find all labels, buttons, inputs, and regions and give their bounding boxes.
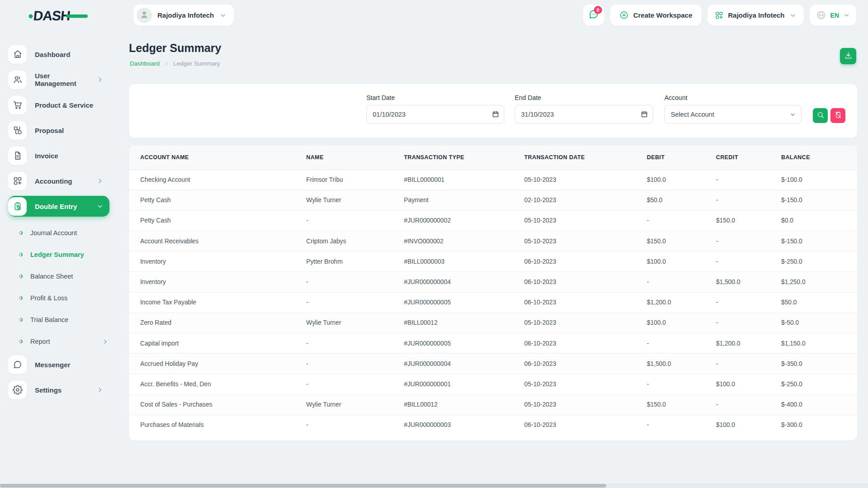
table-cell: $100.0 (647, 170, 716, 190)
sidebar-subitem-journal-account[interactable]: Journal Account (0, 222, 119, 244)
topbar-actions: 0 Create Workspace Rajodiya Infotech EN (583, 5, 856, 26)
table-cell: $1,500.0 (716, 272, 781, 292)
ledger-table-card: ACCOUNT NAMENAMETRANSACTION TYPETRANSACT… (129, 146, 857, 441)
notification-badge: 0 (594, 6, 602, 14)
table-cell: 05-10-2023 (524, 374, 647, 394)
table-cell: $-300.0 (781, 415, 857, 435)
sidebar-item-accounting[interactable]: Accounting (8, 171, 109, 191)
sidebar-subitem-balance-sheet[interactable]: Balance Sheet (0, 265, 119, 287)
column-header-transaction-date: TRANSACTION DATE (524, 146, 647, 170)
sidebar-subitem-report[interactable]: Report (0, 331, 119, 352)
table-row[interactable]: Petty Cash-#JUR00000000205-10-2023-$150.… (129, 210, 857, 231)
table-row[interactable]: InventoryPytter Brohm#BILL000000306-10-2… (129, 251, 857, 272)
table-cell: - (716, 354, 781, 374)
table-cell: $1,200.0 (716, 333, 781, 354)
table-cell: $-350.0 (781, 354, 857, 374)
messages-button[interactable]: 0 (583, 5, 604, 26)
table-cell: $-150.0 (781, 231, 857, 251)
app-logo[interactable]: DASH (27, 6, 90, 25)
chevron-down-icon (219, 12, 227, 19)
table-cell: - (716, 394, 781, 415)
table-row[interactable]: Capital import-#JUR00000000506-10-2023-$… (129, 333, 857, 354)
sidebar-item-messenger[interactable]: Messenger (8, 354, 109, 375)
column-header-transaction-type: TRANSACTION TYPE (404, 146, 524, 170)
table-cell: Payment (404, 190, 524, 210)
sidebar-item-dashboard[interactable]: Dashboard (8, 44, 109, 65)
table-cell: $-100.0 (781, 170, 857, 190)
table-row[interactable]: Petty CashWylie TurnerPayment02-10-2023$… (129, 190, 857, 210)
table-cell: #JUR000000001 (404, 374, 524, 394)
table-row[interactable]: Accr. Benefits - Med, Den-#JUR0000000010… (129, 374, 857, 394)
company-menu-button[interactable]: Rajodiya Infotech (707, 5, 804, 26)
table-row[interactable]: Checking AccountFrimsor Tribu#BILL000000… (129, 170, 857, 190)
table-cell: Purchases of Materials (129, 415, 306, 435)
table-cell: $100.0 (647, 313, 716, 333)
sidebar-item-invoice[interactable]: Invoice (8, 145, 109, 166)
table-cell: - (306, 292, 404, 313)
sidebar-subitem-trial-balance[interactable]: Trial Balance (0, 309, 119, 331)
table-row[interactable]: Cost of Sales - PurchasesWylie Turner#BI… (129, 394, 857, 415)
dash-logo-graphic: DASH (27, 6, 90, 25)
sidebar-item-label: Dashboard (35, 51, 70, 58)
download-button[interactable] (840, 48, 856, 64)
scrollbar-thumb[interactable] (0, 484, 606, 488)
end-date-input[interactable] (515, 105, 653, 123)
table-cell: #JUR000000004 (404, 272, 524, 292)
table-cell: $1,150.0 (781, 333, 857, 354)
table-cell: $150.0 (716, 210, 781, 231)
table-row[interactable]: Inventory-#JUR00000000406-10-2023-$1,500… (129, 272, 857, 292)
table-row[interactable]: Zero RatedWylie Turner#BILL0001205-10-20… (129, 313, 857, 333)
table-row[interactable]: Purchases of Materials-#JUR00000000306-1… (129, 415, 857, 435)
table-cell: 06-10-2023 (524, 251, 647, 272)
table-cell: $-400.0 (781, 394, 857, 415)
search-button[interactable] (813, 108, 828, 123)
table-cell: - (716, 292, 781, 313)
table-cell: - (306, 415, 404, 435)
table-cell: - (716, 251, 781, 272)
reset-button[interactable] (830, 108, 845, 123)
account-select[interactable]: Select Account (664, 105, 802, 123)
sidebar-item-settings[interactable]: Settings (8, 379, 109, 400)
table-cell: Frimsor Tribu (306, 170, 404, 190)
bullet-icon (18, 230, 23, 235)
sidebar-item-proposal[interactable]: Proposal (8, 120, 109, 141)
table-cell: - (306, 333, 404, 354)
table-cell: #JUR000000005 (404, 333, 524, 354)
table-cell: Criptom Jabys (306, 231, 404, 251)
chevron-down-icon (789, 12, 797, 19)
table-cell: #JUR000000003 (404, 415, 524, 435)
create-workspace-button[interactable]: Create Workspace (610, 5, 702, 26)
workspace-selector[interactable]: Rajodiya Infotech (133, 5, 234, 26)
table-cell: $150.0 (647, 394, 716, 415)
sidebar-item-double-entry[interactable]: Double Entry (8, 196, 109, 217)
table-cell: - (716, 231, 781, 251)
chevron-right-icon (102, 338, 109, 345)
table-cell: $-50.0 (781, 313, 857, 333)
breadcrumb-dashboard-link[interactable]: Dashboard (130, 60, 160, 67)
sidebar-item-user-management[interactable]: User Management (8, 69, 109, 90)
sidebar-subitem-ledger-summary[interactable]: Ledger Summary (0, 244, 119, 265)
horizontal-scrollbar[interactable] (0, 483, 868, 488)
sidebar-subitem-profit-loss[interactable]: Profit & Loss (0, 287, 119, 309)
table-cell: 06-10-2023 (524, 415, 647, 435)
ledger-table: ACCOUNT NAMENAMETRANSACTION TYPETRANSACT… (129, 146, 857, 435)
start-date-input[interactable] (366, 105, 504, 123)
sidebar-submenu: Journal AccountLedger SummaryBalance She… (0, 221, 119, 354)
table-cell: Account Receivables (129, 231, 306, 251)
table-row[interactable]: Accrued Holiday Pay-#JUR00000000406-10-2… (129, 354, 857, 374)
table-cell: #BILL00012 (404, 313, 524, 333)
column-header-debit: DEBIT (647, 146, 716, 170)
table-cell: - (716, 190, 781, 210)
table-cell: #INVO000002 (404, 231, 524, 251)
account-select-value: Select Account (671, 111, 714, 118)
page-title: Ledger Summary (129, 42, 221, 55)
chevron-right-icon (96, 76, 104, 83)
table-cell: $-150.0 (781, 190, 857, 210)
table-row[interactable]: Income Tax Payable-#JUR00000000506-10-20… (129, 292, 857, 313)
table-cell: Capital import (129, 333, 306, 354)
sidebar-subitem-label: Balance Sheet (30, 273, 73, 280)
table-row[interactable]: Account ReceivablesCriptom Jabys#INVO000… (129, 231, 857, 251)
table-cell: $100.0 (647, 251, 716, 272)
sidebar-item-product-service[interactable]: Product & Service (8, 95, 109, 115)
language-selector[interactable]: EN (810, 5, 856, 26)
